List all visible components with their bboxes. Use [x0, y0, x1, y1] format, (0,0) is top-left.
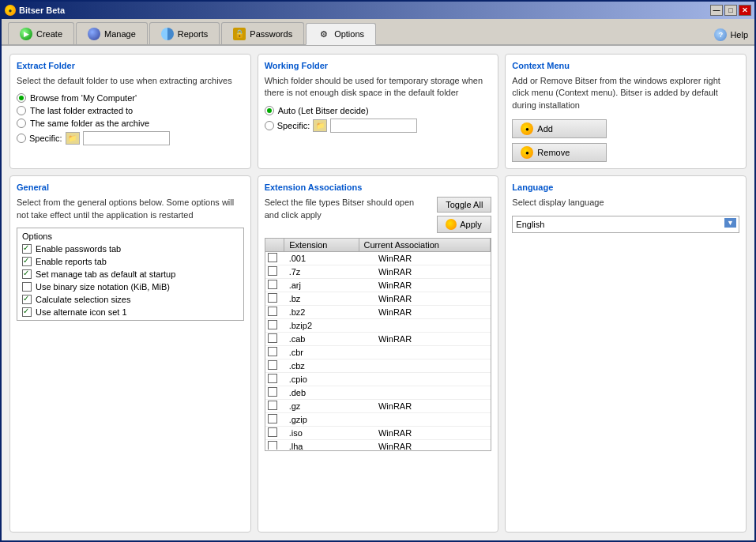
extract-same-option[interactable]: The same folder as the archive [17, 119, 244, 128]
row-checkbox-cell[interactable] [265, 306, 284, 319]
row-checkbox[interactable] [268, 374, 277, 383]
checkbox[interactable] [22, 307, 32, 317]
row-checkbox-cell[interactable] [265, 440, 284, 450]
working-folder-options: Auto (Let Bitser decide) Specific: 📁 [265, 106, 492, 133]
row-assoc-cell: WinRAR [374, 292, 491, 306]
row-checkbox-cell[interactable] [265, 413, 284, 427]
row-checkbox[interactable] [268, 320, 277, 329]
tab-options-label: Options [334, 29, 364, 39]
row-checkbox-cell[interactable] [265, 400, 284, 413]
row-checkbox[interactable] [268, 414, 277, 423]
row-checkbox[interactable] [268, 401, 277, 410]
working-specific-input[interactable] [330, 119, 417, 133]
row-ext-cell: .001 [284, 252, 374, 265]
context-menu-desc: Add or Remove Bitser from the windows ex… [512, 75, 739, 111]
add-icon: ● [521, 122, 533, 135]
language-desc: Select display language [512, 197, 739, 209]
checkbox[interactable] [22, 257, 32, 266]
toggle-all-button[interactable]: Toggle All [437, 197, 491, 213]
checkbox[interactable] [22, 295, 32, 304]
row-checkbox[interactable] [268, 266, 277, 276]
table-scroll[interactable]: .001 WinRAR .7z WinRAR .arj WinRAR .bz W… [265, 252, 491, 450]
extract-folder-browse-btn[interactable]: 📁 [66, 132, 80, 145]
extract-specific-radio[interactable] [17, 134, 26, 143]
working-specific-option[interactable]: Specific: 📁 [265, 119, 492, 133]
row-checkbox[interactable] [268, 293, 277, 303]
checkbox-label: Enable passwords tab [36, 244, 121, 254]
extract-last-radio[interactable] [17, 106, 26, 115]
checkbox[interactable] [22, 269, 32, 279]
checkbox[interactable] [22, 282, 32, 292]
row-assoc-cell: WinRAR [374, 252, 491, 265]
row-checkbox[interactable] [268, 347, 277, 356]
context-add-button[interactable]: ● Add [512, 119, 607, 138]
extract-last-option[interactable]: The last folder extracted to [17, 106, 244, 115]
row-checkbox-cell[interactable] [265, 346, 284, 359]
row-checkbox[interactable] [268, 333, 277, 343]
row-checkbox[interactable] [268, 427, 277, 437]
working-auto-option[interactable]: Auto (Let Bitser decide) [265, 106, 492, 115]
checkbox-item[interactable]: Calculate selection sizes [19, 293, 242, 306]
extract-folder-title: Extract Folder [17, 61, 244, 70]
table-row: .bz2 WinRAR [265, 306, 491, 319]
checkbox-item[interactable]: Use binary size notation (KiB, MiB) [19, 280, 242, 293]
row-checkbox[interactable] [268, 360, 277, 370]
help-label[interactable]: Help [730, 30, 748, 40]
language-panel: Language Select display language English… [505, 175, 747, 533]
ext-title: Extension Associations [265, 183, 492, 192]
working-folder-browse-btn[interactable]: 📁 [313, 119, 327, 132]
checkbox-item[interactable]: Enable reports tab [19, 255, 242, 268]
row-checkbox[interactable] [268, 280, 277, 289]
extract-browse-radio[interactable] [17, 93, 26, 103]
tab-manage[interactable]: Manage [76, 22, 148, 44]
tab-options[interactable]: ⚙ Options [306, 23, 376, 45]
row-checkbox-cell[interactable] [265, 265, 284, 279]
col-checkbox-header [265, 239, 284, 252]
row-checkbox-cell[interactable] [265, 427, 284, 440]
tab-passwords[interactable]: 🔒 Passwords [221, 22, 304, 44]
row-checkbox-cell[interactable] [265, 386, 284, 400]
row-assoc-cell: WinRAR [374, 265, 491, 279]
extract-specific-input[interactable] [83, 131, 170, 145]
context-remove-button[interactable]: ● Remove [512, 143, 607, 162]
checkbox[interactable] [22, 244, 32, 254]
working-folder-panel: Working Folder Which folder should be us… [258, 54, 499, 169]
checkbox-item[interactable]: Enable passwords tab [19, 243, 242, 255]
working-auto-radio[interactable] [265, 106, 274, 115]
extract-specific-option[interactable]: Specific: 📁 [17, 131, 244, 145]
tab-reports-label: Reports [178, 29, 209, 39]
minimize-button[interactable]: — [710, 5, 723, 16]
extract-browse-option[interactable]: Browse from 'My Computer' [17, 93, 244, 103]
table-row: .arj WinRAR [265, 279, 491, 292]
row-checkbox[interactable] [268, 387, 277, 397]
row-checkbox-cell[interactable] [265, 252, 284, 265]
apply-button[interactable]: Apply [437, 216, 491, 233]
remove-label: Remove [537, 148, 570, 157]
row-checkbox[interactable] [268, 253, 277, 262]
working-specific-radio[interactable] [265, 121, 274, 130]
row-assoc-cell [374, 346, 491, 359]
row-checkbox-cell[interactable] [265, 292, 284, 306]
row-ext-cell: .bzip2 [284, 319, 374, 333]
maximize-button[interactable]: □ [724, 5, 737, 16]
row-ext-cell: .cbz [284, 359, 374, 373]
row-checkbox-cell[interactable] [265, 333, 284, 346]
row-checkbox[interactable] [268, 441, 277, 450]
extract-same-radio[interactable] [17, 119, 26, 128]
table-row: .cbz [265, 359, 491, 373]
row-checkbox-cell[interactable] [265, 319, 284, 333]
checkbox-item[interactable]: Use alternate icon set 1 [19, 306, 242, 318]
row-checkbox[interactable] [268, 307, 277, 316]
working-folder-desc: Which folder should be used for temporar… [265, 75, 492, 100]
close-button[interactable]: ✕ [739, 5, 751, 16]
language-select[interactable]: EnglishFrenchGermanSpanishItalian [512, 216, 739, 233]
row-checkbox-cell[interactable] [265, 373, 284, 386]
row-assoc-cell [374, 359, 491, 373]
row-checkbox-cell[interactable] [265, 359, 284, 373]
tab-create-label: Create [36, 29, 62, 39]
col-extension-header: Extension [284, 239, 359, 252]
row-checkbox-cell[interactable] [265, 279, 284, 292]
tab-create[interactable]: ▶ Create [8, 22, 74, 44]
checkbox-item[interactable]: Set manage tab as default at startup [19, 268, 242, 280]
tab-reports[interactable]: Reports [149, 22, 220, 44]
